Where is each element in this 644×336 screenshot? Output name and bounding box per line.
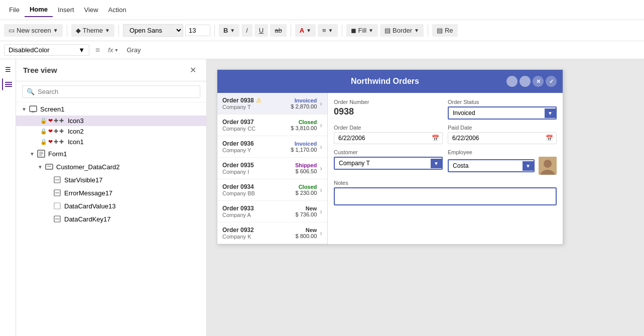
- plus-badge-icon-2: ✚: [59, 128, 64, 135]
- font-select[interactable]: Open Sans: [123, 24, 183, 37]
- formula-bar: DisabledColor ▼ = fx ▼: [0, 41, 644, 59]
- new-screen-label: New screen: [17, 27, 51, 34]
- paid-date-value: 6/22/2006: [448, 133, 543, 144]
- sidebar-toggle: ☰: [0, 59, 16, 336]
- list-company-0932: Company K: [222, 234, 296, 240]
- customer-field: Customer Company T ▼: [334, 149, 443, 175]
- list-item-info-0933: Order 0933 Company A: [222, 205, 296, 218]
- tree-item-screen1[interactable]: ▼ Screen1: [16, 102, 206, 116]
- paid-date-input[interactable]: 6/22/2006 📅: [448, 132, 557, 144]
- tree-item-datacardkey17[interactable]: DataCardKey17: [16, 212, 206, 226]
- detail-grid: Order Number 0938 Order Status Invoiced …: [334, 99, 557, 205]
- tree-badges-icon1: 🔒 ❤ ✚ ✚: [40, 139, 64, 145]
- list-item-0933[interactable]: Order 0933 Company A New $ 736.00 ›: [217, 201, 327, 222]
- list-chevron-0933: ›: [320, 207, 322, 215]
- menu-home[interactable]: Home: [25, 3, 53, 17]
- tree-item-form1[interactable]: ▼ Form1: [16, 147, 206, 160]
- list-item-0937[interactable]: Order 0937 Company CC Closed $ 3,810.00 …: [217, 115, 327, 136]
- bold-button[interactable]: B▼: [219, 24, 239, 37]
- menu-insert[interactable]: Insert: [53, 3, 79, 17]
- fill-button[interactable]: ◼Fill▼: [346, 24, 378, 37]
- list-company-0934: Company BB: [222, 190, 296, 196]
- tree-item-datacardvalue13[interactable]: DataCardValue13: [16, 199, 206, 212]
- fx-label: fx: [108, 46, 113, 54]
- tree-item-starvisible17[interactable]: StarVisible17: [16, 173, 206, 186]
- svg-rect-15: [54, 203, 60, 209]
- order-date-value: 6/22/2006: [334, 133, 429, 144]
- list-order-0935: Order 0935: [222, 162, 295, 169]
- fx-button[interactable]: fx ▼: [106, 46, 120, 54]
- new-screen-button[interactable]: ▭ New screen ▼: [4, 24, 63, 37]
- list-item-0936[interactable]: Order 0936 Company Y Invoiced $ 1,170.00…: [217, 136, 327, 158]
- tree-close-button[interactable]: ✕: [187, 64, 199, 76]
- list-company-0936: Company Y: [222, 147, 291, 153]
- order-number-label: Order Number: [334, 99, 443, 105]
- tree-content: ▼ Screen1 🔒 ❤ ✚ ✚ Icon3: [16, 102, 206, 336]
- tree-item-customer-datacard2[interactable]: ▼ Customer_DataCard2: [16, 160, 206, 173]
- app-close-btn[interactable]: ✕: [533, 76, 544, 87]
- tree-item-icon3[interactable]: 🔒 ❤ ✚ ✚ Icon3: [16, 116, 206, 126]
- list-item-0932[interactable]: Order 0932 Company K New $ 800.00 ›: [217, 222, 327, 244]
- list-order-0934: Order 0934: [222, 183, 296, 190]
- separator-3: [214, 25, 215, 37]
- list-chevron-0938: ›: [320, 99, 322, 107]
- search-input[interactable]: [38, 88, 196, 95]
- tree-item-errormessage17[interactable]: ErrorMessage17: [16, 186, 206, 199]
- underline-button[interactable]: U: [254, 24, 268, 37]
- menu-action[interactable]: Action: [103, 3, 132, 17]
- strikethrough-button[interactable]: ab: [270, 24, 286, 37]
- employee-select[interactable]: Costa ▼: [448, 159, 535, 172]
- tree-item-icon1[interactable]: 🔒 ❤ ✚ ✚ Icon1: [16, 137, 206, 147]
- employee-field: Employee Costa ▼: [448, 149, 557, 175]
- tree-item-icon2[interactable]: 🔒 ❤ ✚ ✚ Icon2: [16, 126, 206, 137]
- italic-button[interactable]: /: [241, 24, 252, 37]
- list-company-0937: Company CC: [222, 126, 291, 132]
- separator-4: [291, 25, 291, 37]
- tree-label-icon1: Icon1: [68, 138, 206, 146]
- align-button[interactable]: ≡▼: [318, 24, 338, 37]
- paid-date-label: Paid Date: [448, 125, 557, 131]
- list-item-0935[interactable]: Order 0935 Company I Shipped $ 606.50 ›: [217, 158, 327, 179]
- font-size-input[interactable]: [185, 25, 210, 36]
- list-item-0934[interactable]: Order 0934 Company BB Closed $ 230.00 ›: [217, 179, 327, 201]
- list-item-info-0934: Order 0934 Company BB: [222, 183, 296, 196]
- order-number-value: 0938: [334, 106, 443, 117]
- font-color-button[interactable]: A▼: [295, 24, 316, 37]
- border-button[interactable]: ▤Border▼: [380, 24, 424, 37]
- app-ctrl-btn-1[interactable]: [506, 76, 518, 87]
- app-title: Northwind Orders: [264, 77, 506, 86]
- app-preview: Northwind Orders ✕ ✓ Order 0938: [217, 69, 563, 245]
- edititem-icon: [52, 175, 62, 185]
- order-date-input[interactable]: 6/22/2006 📅: [334, 132, 443, 144]
- separator-2: [118, 25, 119, 37]
- order-status-value: Invoiced: [449, 107, 545, 119]
- expand-icon-screen1: ▼: [20, 106, 28, 112]
- app-check-btn[interactable]: ✓: [546, 76, 557, 87]
- list-item-info-0935: Order 0935 Company I: [222, 162, 295, 175]
- lock-badge-icon-3: 🔒: [40, 139, 47, 145]
- edititem-icon-3: [52, 214, 62, 224]
- customer-select[interactable]: Company T ▼: [334, 157, 443, 170]
- list-amount-0934: $ 230.00: [296, 190, 317, 196]
- fill-icon: ◼: [351, 27, 356, 34]
- layers-icon[interactable]: [2, 78, 14, 90]
- reorder-button[interactable]: ▤Re: [432, 24, 458, 37]
- expand-icon-datacard: ▼: [36, 164, 44, 170]
- heart-badge-icon-3: ❤: [48, 139, 53, 145]
- menu-view[interactable]: View: [79, 3, 103, 17]
- list-amount-0937: $ 3,810.00: [291, 125, 317, 131]
- theme-button[interactable]: ◆ Theme ▼: [71, 24, 114, 37]
- formula-input[interactable]: [123, 45, 640, 55]
- app-ctrl-btn-2[interactable]: [520, 76, 531, 87]
- list-order-0932: Order 0932: [222, 227, 296, 234]
- tree-badges-icon2: 🔒 ❤ ✚ ✚: [40, 128, 64, 135]
- order-status-select[interactable]: Invoiced ▼: [448, 106, 557, 120]
- calendar-icon[interactable]: 📅: [429, 133, 442, 144]
- hamburger-icon[interactable]: ☰: [2, 63, 14, 75]
- notes-input[interactable]: [334, 187, 557, 205]
- calendar-icon-2[interactable]: 📅: [543, 133, 556, 144]
- list-item-0938[interactable]: Order 0938 ⚠ Company T Invoiced $ 2,870.…: [217, 93, 327, 115]
- property-dropdown[interactable]: DisabledColor ▼: [4, 44, 89, 56]
- list-company-0938: Company T: [222, 104, 291, 110]
- menu-file[interactable]: File: [4, 3, 25, 17]
